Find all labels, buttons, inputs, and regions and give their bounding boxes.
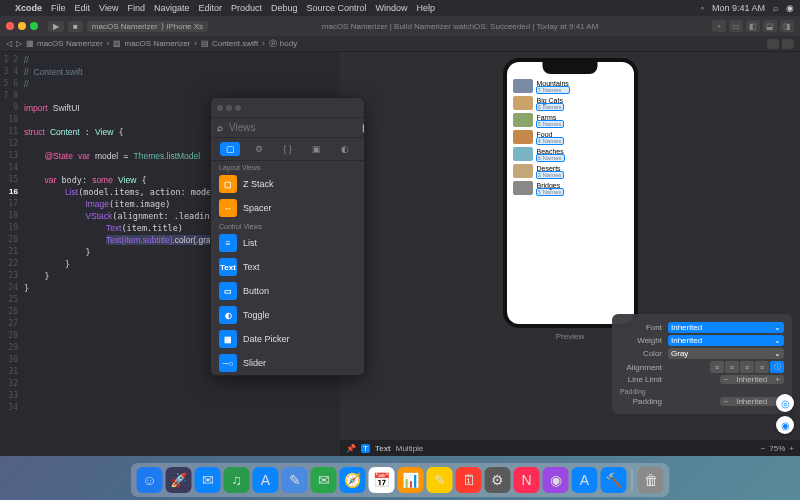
line-limit-stepper[interactable]: −Inherited+ [720,375,784,384]
font-label: Font [620,323,662,332]
row-subtitle[interactable]: 6 Names [537,104,563,110]
library-item[interactable]: ─○Slider [211,351,364,375]
dock-app[interactable]: 🚀 [166,467,192,493]
row-subtitle[interactable]: 6 Names [537,155,564,161]
padding-stepper[interactable]: −Inherited+ [720,397,784,406]
menu-source-control[interactable]: Source Control [307,3,367,13]
dock-app[interactable]: A [253,467,279,493]
list-item[interactable]: Bridges5 Names [511,180,630,196]
dock-app[interactable]: N [514,467,540,493]
row-subtitle[interactable]: 4 Names [537,138,563,144]
menu-editor[interactable]: Editor [198,3,222,13]
dock-app[interactable]: 📅 [369,467,395,493]
nav-back-icon[interactable]: ◁ [6,39,12,48]
menu-debug[interactable]: Debug [271,3,298,13]
nav-fwd-icon[interactable]: ▷ [16,39,22,48]
adjust-editor-button[interactable] [782,39,794,49]
list-item[interactable]: Mountains7 Names [511,78,630,94]
library-search-input[interactable] [229,122,356,133]
lib-tab-modifiers[interactable]: ⚙ [249,142,269,156]
live-preview-button[interactable]: ◎ [776,394,794,412]
crumb-file[interactable]: ▤ Content.swift [201,39,258,48]
panel-bottom-button[interactable]: ⬓ [763,20,777,32]
list-item[interactable]: Farms5 Names [511,112,630,128]
dock-app[interactable]: ♫ [224,467,250,493]
list-item[interactable]: Food4 Names [511,129,630,145]
menu-window[interactable]: Window [376,3,408,13]
lib-tab-color[interactable]: ◐ [335,142,355,156]
menu-edit[interactable]: Edit [75,3,91,13]
library-item[interactable]: ◐Toggle [211,303,364,327]
list-item[interactable]: Beaches6 Names [511,146,630,162]
alignment-segmented[interactable]: ≡≡≡≡ⓘ [710,361,784,373]
library-item[interactable]: ▢Z Stack [211,172,364,196]
menu-view[interactable]: View [99,3,118,13]
list-item[interactable]: Deserts3 Names [511,163,630,179]
grid-view-icon[interactable]: ▦ [362,122,365,133]
stop-button[interactable]: ■ [68,21,83,32]
dock-app[interactable]: ✎ [282,467,308,493]
dock-app[interactable]: ☺ [137,467,163,493]
zoom-in-button[interactable]: + [789,444,794,453]
lib-tab-snippets[interactable]: { } [277,142,297,156]
dock-app[interactable]: ✉ [195,467,221,493]
wifi-icon[interactable]: ◦ [701,3,704,13]
dock-app[interactable]: 🧭 [340,467,366,493]
row-subtitle[interactable]: 5 Names [537,189,563,195]
dock-app[interactable]: ⚙ [485,467,511,493]
close-button[interactable] [6,22,14,30]
minimize-button[interactable] [18,22,26,30]
panel-right-button[interactable]: ◨ [780,20,794,32]
library-item[interactable]: ≡List [211,231,364,255]
app-menu[interactable]: Xcode [15,3,42,13]
dock-app[interactable]: ◉ [543,467,569,493]
zoom-level[interactable]: 75% [769,444,785,453]
font-popup[interactable]: Inherited⌄ [668,322,784,333]
row-subtitle[interactable]: 5 Names [537,121,563,127]
row-subtitle[interactable]: 3 Names [537,172,563,178]
lib-zoom-icon[interactable] [235,105,241,111]
panel-left-button[interactable]: ◧ [746,20,760,32]
menu-navigate[interactable]: Navigate [154,3,190,13]
crumb-project[interactable]: ▦ macOS Namerizer [26,39,103,48]
lib-close-icon[interactable] [217,105,223,111]
lib-tab-views[interactable]: ▢ [220,142,240,156]
list-item[interactable]: Big Cats6 Names [511,95,630,111]
row-subtitle[interactable]: 7 Names [537,87,569,93]
color-popup[interactable]: Gray⌄ [668,348,784,359]
alignment-label: Alignment [620,363,662,372]
crumb-folder[interactable]: ▧ macOS Namerizer [113,39,190,48]
weight-popup[interactable]: Inherited⌄ [668,335,784,346]
zoom-out-button[interactable]: − [761,444,766,453]
run-button[interactable]: ▶ [48,21,64,32]
library-item[interactable]: ▦Date Picker [211,327,364,351]
dock-trash[interactable]: 🗑 [638,467,664,493]
lib-tab-media[interactable]: ▣ [306,142,326,156]
scheme-selector[interactable]: macOS Namerizer ⟩ iPhone Xs [87,21,208,32]
menu-find[interactable]: Find [127,3,145,13]
editor-mode-button[interactable]: ▭ [729,20,743,32]
zoom-button[interactable] [30,22,38,30]
menu-help[interactable]: Help [417,3,436,13]
crumb-symbol[interactable]: ⓟ body [269,38,297,49]
siri-icon[interactable]: ◉ [786,3,794,13]
dock-app[interactable]: ✎ [427,467,453,493]
clock[interactable]: Mon 9:41 AM [712,3,765,13]
library-item[interactable]: TextText [211,255,364,279]
jump-bar: ◁ ▷ ▦ macOS Namerizer› ▧ macOS Namerizer… [0,36,800,52]
dock-app[interactable]: 📊 [398,467,424,493]
lib-min-icon[interactable] [226,105,232,111]
menu-product[interactable]: Product [231,3,262,13]
pin-preview-button[interactable]: ◉ [776,416,794,434]
dock-app[interactable]: 🔨 [601,467,627,493]
minimap-button[interactable] [767,39,779,49]
library-item[interactable]: ↔Spacer [211,196,364,220]
menu-file[interactable]: File [51,3,66,13]
spotlight-icon[interactable]: ⌕ [773,3,778,13]
dock-app[interactable]: A [572,467,598,493]
library-button[interactable]: + [712,20,726,32]
library-item[interactable]: ▭Button [211,279,364,303]
pin-icon[interactable]: 📌 [346,444,356,453]
dock-app[interactable]: ✉ [311,467,337,493]
dock-app[interactable]: 🗓 [456,467,482,493]
